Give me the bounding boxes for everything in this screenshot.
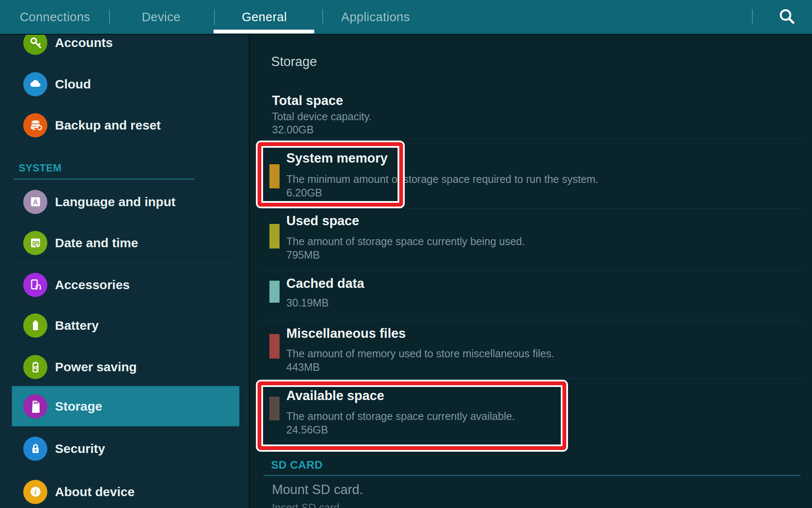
item-title: Miscellaneous files (286, 326, 406, 341)
divider (14, 146, 233, 146)
item-title: Available space (286, 388, 384, 403)
sidebar-item-label: Storage (55, 399, 102, 414)
sidebar-item-label: Language and input (55, 195, 176, 209)
section-underline (263, 475, 801, 476)
item-description: The minimum amount of storage space requ… (286, 173, 598, 185)
sidebar-item-label: Accessories (55, 278, 130, 292)
divider (14, 63, 233, 63)
item-title: Mount SD card. (272, 482, 363, 497)
system-memory-color-swatch (269, 164, 280, 188)
sidebar-item-date-and-time[interactable]: Date and time (0, 222, 249, 263)
divider (14, 221, 233, 222)
item-value: 795MB (286, 249, 320, 261)
sidebar-item-battery[interactable]: Battery (0, 305, 249, 346)
item-title: Cached data (286, 276, 364, 291)
divider (263, 378, 801, 379)
page-title: Storage (271, 54, 317, 69)
sidebar-item-label: Date and time (55, 236, 138, 250)
settings-sidebar: Accounts Cloud Backup and reset SYSTEM A… (0, 0, 249, 508)
divider (263, 138, 801, 139)
key-icon (23, 30, 47, 55)
cached-data-color-swatch (269, 281, 280, 303)
svg-text:A: A (33, 198, 38, 206)
tab-applications[interactable]: Applications (341, 0, 410, 34)
item-description: Total device capacity. (272, 110, 372, 123)
section-sd-card: SD CARD (271, 458, 323, 472)
item-description: The amount of storage space currently be… (286, 235, 525, 248)
tab-general[interactable]: General (242, 0, 287, 34)
sidebar-item-storage[interactable]: Storage (12, 386, 239, 426)
divider (263, 270, 801, 270)
magnifier-icon (777, 7, 796, 27)
tab-connections[interactable]: Connections (20, 0, 91, 34)
tab-divider (214, 9, 215, 25)
sd-card-icon (23, 394, 47, 418)
item-description: Insert SD card. (272, 502, 343, 508)
calendar-clock-icon (23, 231, 47, 255)
divider (14, 304, 233, 304)
item-title: Used space (286, 213, 359, 229)
sidebar-item-label: Accounts (55, 36, 113, 50)
storage-settings-pane: Storage Total space Total device capacit… (249, 0, 812, 508)
item-title: Total space (272, 93, 343, 108)
item-description: The amount of storage space currently av… (286, 410, 515, 422)
item-value: 32.00GB (272, 124, 314, 136)
tab-divider (752, 9, 753, 25)
tab-device[interactable]: Device (142, 0, 181, 34)
svg-text:i: i (34, 488, 37, 496)
divider (14, 263, 233, 263)
item-description: The amount of memory used to store misce… (286, 348, 554, 360)
info-icon: i (23, 480, 47, 504)
sidebar-item-label: Backup and reset (55, 118, 161, 133)
sidebar-item-label: About device (55, 485, 134, 499)
sidebar-section-system: SYSTEM (19, 162, 62, 174)
divider (14, 345, 233, 345)
section-underline (14, 179, 195, 179)
backup-restore-icon (23, 113, 47, 137)
cloud-icon (23, 72, 47, 96)
sidebar-item-language-and-input[interactable]: A Language and input (0, 181, 249, 222)
sidebar-item-cloud[interactable]: Cloud (0, 64, 249, 105)
miscellaneous-files-color-swatch (269, 334, 280, 359)
sidebar-item-security[interactable]: Security (0, 428, 249, 469)
sidebar-item-backup-and-reset[interactable]: Backup and reset (0, 105, 249, 146)
search-button[interactable] (776, 7, 797, 27)
available-space-color-swatch (269, 397, 280, 420)
item-value: 6.20GB (286, 187, 322, 199)
tablet-headset-icon (23, 273, 47, 297)
sidebar-item-power-saving[interactable]: Power saving (0, 346, 249, 387)
divider (263, 208, 801, 209)
divider (14, 469, 233, 470)
battery-icon (23, 313, 47, 337)
divider (263, 320, 801, 320)
top-tab-bar: Connections Device General Applications (0, 0, 812, 34)
sidebar-item-about-device[interactable]: i About device (0, 471, 249, 508)
sidebar-item-label: Battery (55, 318, 99, 333)
active-tab-underline (214, 30, 314, 33)
sidebar-item-label: Cloud (55, 77, 91, 91)
settings-screen: Accounts Cloud Backup and reset SYSTEM A… (0, 0, 812, 508)
item-value: 443MB (286, 361, 320, 373)
sidebar-item-label: Power saving (55, 360, 137, 374)
item-value: 30.19MB (286, 297, 329, 309)
item-value: 24.56GB (286, 424, 328, 436)
power-saving-battery-icon (23, 355, 47, 379)
language-icon: A (23, 190, 47, 214)
tab-divider (322, 9, 323, 25)
sidebar-item-accessories[interactable]: Accessories (0, 264, 249, 305)
tab-divider (109, 9, 110, 25)
sidebar-item-label: Security (55, 442, 105, 456)
lock-icon (23, 436, 47, 461)
used-space-color-swatch (269, 224, 280, 248)
item-title: System memory (286, 151, 388, 166)
